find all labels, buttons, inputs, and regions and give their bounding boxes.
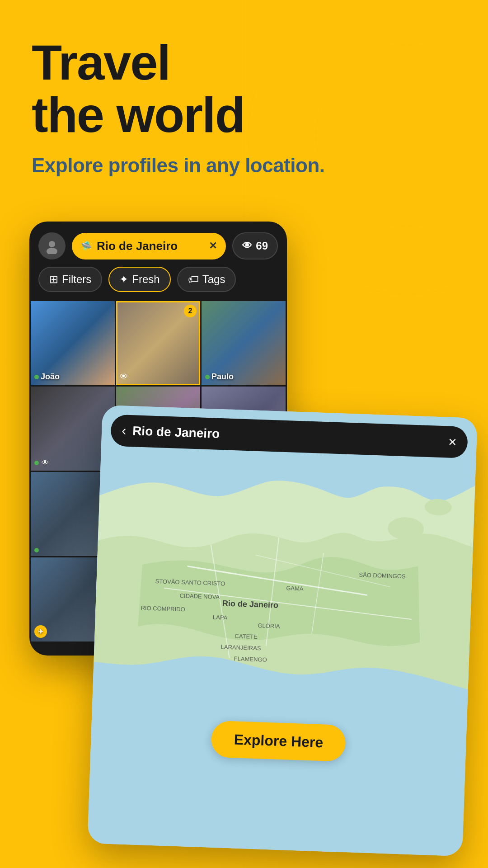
tags-icon: 🏷: [188, 273, 199, 286]
hero-title: Travel the world: [32, 36, 456, 141]
eye-small-icon: 👁: [42, 459, 49, 467]
filter-row: ⊞ Filters ✦ Fresh 🏷 Tags: [29, 267, 287, 301]
map-close-icon[interactable]: ✕: [447, 436, 457, 449]
views-pill: 👁 69: [232, 232, 278, 259]
badge-count: 2: [184, 305, 197, 317]
filter-pill-filters[interactable]: ⊞ Filters: [38, 267, 102, 292]
svg-point-5: [49, 241, 55, 247]
svg-text:Rio de Janeiro: Rio de Janeiro: [222, 599, 279, 609]
travel-icon: ✈: [34, 625, 47, 638]
hero-subtitle: Explore profiles in any location.: [32, 154, 456, 177]
online-indicator: [34, 548, 39, 552]
profile-name: João: [34, 372, 60, 382]
profile-cell[interactable]: 2 👁: [116, 301, 200, 385]
online-indicator: [205, 375, 210, 379]
svg-text:GAMA: GAMA: [286, 585, 304, 592]
tags-label: Tags: [202, 273, 225, 286]
filter-pill-fresh[interactable]: ✦ Fresh: [108, 267, 170, 292]
eye-small-icon: 👁: [120, 372, 128, 382]
explore-here-button[interactable]: Explore Here: [211, 721, 346, 762]
filters-label: Filters: [62, 273, 91, 286]
map-location-text: Rio de Janeiro: [132, 424, 442, 449]
fresh-icon: ✦: [119, 273, 128, 286]
online-indicator: [34, 375, 39, 379]
svg-text:CIDADE NOVA: CIDADE NOVA: [179, 592, 220, 600]
svg-point-6: [47, 248, 57, 254]
map-svg: Rio de Janeiro STOVÃO SANTO CRISTO CIDAD…: [87, 405, 477, 856]
location-icon: 🛸: [81, 241, 92, 251]
filters-icon: ⊞: [49, 273, 58, 286]
map-card: ‹ Rio de Janeiro ✕ Rio de Janeiro STOVÃO…: [87, 405, 477, 856]
profile-name: Paulo: [205, 372, 234, 382]
profile-name: [34, 548, 39, 552]
hero-section: Travel the world Explore profiles in any…: [32, 36, 456, 177]
eye-icon: 👁: [242, 240, 252, 252]
fresh-label: Fresh: [132, 273, 160, 286]
svg-text:GLÓRIA: GLÓRIA: [258, 622, 280, 630]
svg-text:LARANJEIRAS: LARANJEIRAS: [221, 643, 261, 651]
svg-text:FLAMENGO: FLAMENGO: [234, 655, 267, 663]
viewed-icon: 👁: [120, 372, 128, 382]
location-text: Rio de Janeiro: [97, 239, 204, 253]
profile-name: ✈: [34, 625, 47, 638]
filter-pill-tags[interactable]: 🏷 Tags: [177, 267, 236, 292]
location-close-icon[interactable]: ✕: [209, 240, 217, 252]
views-count: 69: [256, 240, 268, 252]
svg-text:CATETE: CATETE: [235, 632, 258, 640]
online-indicator: [34, 461, 39, 465]
viewed-icon: 👁: [34, 459, 49, 467]
location-pill[interactable]: 🛸 Rio de Janeiro ✕: [72, 233, 226, 259]
svg-text:LAPA: LAPA: [213, 614, 228, 621]
avatar[interactable]: [38, 232, 66, 259]
profile-cell[interactable]: Paulo: [202, 301, 286, 385]
profile-cell[interactable]: João: [31, 301, 115, 385]
back-button[interactable]: ‹: [122, 423, 127, 438]
app-header: 🛸 Rio de Janeiro ✕ 👁 69: [29, 222, 287, 267]
